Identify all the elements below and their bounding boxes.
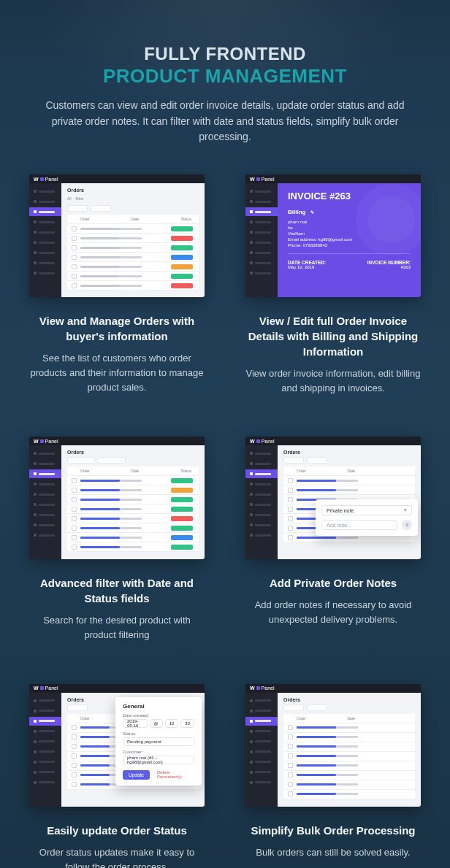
delete-button[interactable]: Delete Permanently [157, 770, 194, 779]
sidebar-item[interactable] [245, 758, 278, 767]
sidebar-item[interactable] [29, 449, 61, 458]
sidebar-item[interactable] [245, 449, 278, 458]
row-checkbox[interactable] [72, 245, 80, 250]
row-checkbox[interactable] [288, 507, 297, 512]
table-row[interactable] [283, 761, 415, 771]
row-checkbox[interactable] [288, 488, 297, 493]
table-row[interactable] [67, 253, 199, 262]
note-input[interactable]: Add note... [321, 520, 397, 530]
sidebar-item[interactable] [245, 459, 278, 468]
submit-note-button[interactable] [402, 520, 412, 530]
row-checkbox[interactable] [72, 545, 80, 550]
row-checkbox[interactable] [72, 744, 80, 749]
table-row[interactable] [67, 514, 199, 523]
row-checkbox[interactable] [72, 526, 80, 531]
sidebar-item[interactable] [245, 269, 278, 277]
sidebar-item[interactable] [245, 707, 278, 715]
sidebar-item[interactable] [29, 238, 61, 247]
row-checkbox[interactable] [72, 763, 80, 768]
row-checkbox[interactable] [72, 497, 80, 502]
row-checkbox[interactable] [288, 478, 297, 483]
filter-pill[interactable] [67, 205, 88, 212]
sidebar-item[interactable] [245, 748, 278, 756]
row-checkbox[interactable] [288, 516, 297, 521]
table-row[interactable] [67, 224, 199, 234]
row-checkbox[interactable] [72, 516, 80, 521]
table-row[interactable] [67, 485, 199, 495]
table-row[interactable] [67, 533, 199, 542]
sidebar-item[interactable] [245, 500, 278, 509]
sidebar-item[interactable] [29, 218, 61, 226]
row-checkbox[interactable] [72, 725, 80, 730]
table-row[interactable] [67, 262, 199, 272]
table-row[interactable] [283, 752, 415, 761]
table-row[interactable] [67, 281, 199, 291]
sidebar-item[interactable] [29, 696, 61, 705]
sidebar-item[interactable] [245, 490, 278, 499]
sidebar-item[interactable] [245, 248, 278, 257]
table-row[interactable] [283, 733, 415, 742]
row-checkbox[interactable] [288, 734, 297, 740]
row-checkbox[interactable] [72, 283, 80, 288]
table-row[interactable] [67, 476, 199, 485]
sidebar-item[interactable] [245, 207, 278, 216]
sidebar-item[interactable] [29, 727, 61, 736]
row-checkbox[interactable] [288, 763, 297, 768]
row-checkbox[interactable] [72, 535, 80, 540]
tab[interactable]: All [67, 195, 72, 202]
sidebar-item[interactable] [245, 768, 278, 777]
row-checkbox[interactable] [288, 535, 297, 540]
row-checkbox[interactable] [72, 226, 80, 231]
sidebar-item[interactable] [29, 490, 61, 499]
sidebar-item[interactable] [245, 197, 278, 206]
sidebar-item[interactable] [29, 521, 61, 529]
sidebar-item[interactable] [245, 521, 278, 529]
table-row[interactable] [67, 495, 199, 504]
sidebar-item[interactable] [29, 531, 61, 539]
row-checkbox[interactable] [72, 507, 80, 512]
sidebar-item[interactable] [29, 459, 61, 468]
row-checkbox[interactable] [72, 734, 80, 740]
sidebar-item[interactable] [29, 737, 61, 746]
row-checkbox[interactable] [72, 782, 80, 787]
row-checkbox[interactable] [288, 725, 297, 730]
note-type-select[interactable]: Private note ▾ [321, 505, 412, 515]
row-checkbox[interactable] [72, 264, 80, 269]
sidebar-item[interactable] [29, 258, 61, 267]
row-checkbox[interactable] [72, 753, 80, 758]
date-field[interactable]: 2019-05-16 [123, 719, 148, 728]
tab[interactable]: Mine [76, 195, 84, 202]
row-checkbox[interactable] [288, 744, 297, 749]
sidebar-item[interactable] [29, 469, 61, 478]
table-row[interactable] [283, 742, 415, 752]
sidebar-item[interactable] [245, 469, 278, 478]
row-checkbox[interactable] [72, 236, 80, 241]
table-row[interactable] [283, 476, 415, 485]
sidebar-item[interactable] [29, 778, 61, 787]
sidebar-item[interactable] [245, 778, 278, 787]
table-row[interactable] [67, 272, 199, 281]
table-row[interactable] [283, 780, 415, 790]
sidebar-item[interactable] [245, 480, 278, 488]
row-checkbox[interactable] [288, 497, 297, 502]
row-checkbox[interactable] [72, 488, 80, 493]
sidebar-item[interactable] [29, 480, 61, 488]
sidebar-item[interactable] [245, 717, 278, 726]
sidebar-item[interactable] [245, 187, 278, 196]
sidebar-item[interactable] [29, 758, 61, 767]
table-row[interactable] [67, 504, 199, 514]
update-button[interactable]: Update [123, 770, 150, 780]
sidebar-item[interactable] [245, 258, 278, 267]
sidebar-item[interactable] [245, 531, 278, 539]
table-row[interactable] [283, 723, 415, 733]
sidebar-item[interactable] [29, 187, 61, 196]
hour-field[interactable]: 10 [165, 719, 179, 728]
sidebar-item[interactable] [29, 197, 61, 206]
customer-select[interactable]: pham mai (#1 – hg98@gmail.com) [123, 756, 194, 764]
table-row[interactable] [67, 234, 199, 243]
row-checkbox[interactable] [288, 791, 297, 796]
sidebar-item[interactable] [29, 748, 61, 756]
row-checkbox[interactable] [72, 255, 80, 260]
row-checkbox[interactable] [72, 772, 80, 777]
sidebar-item[interactable] [29, 707, 61, 715]
